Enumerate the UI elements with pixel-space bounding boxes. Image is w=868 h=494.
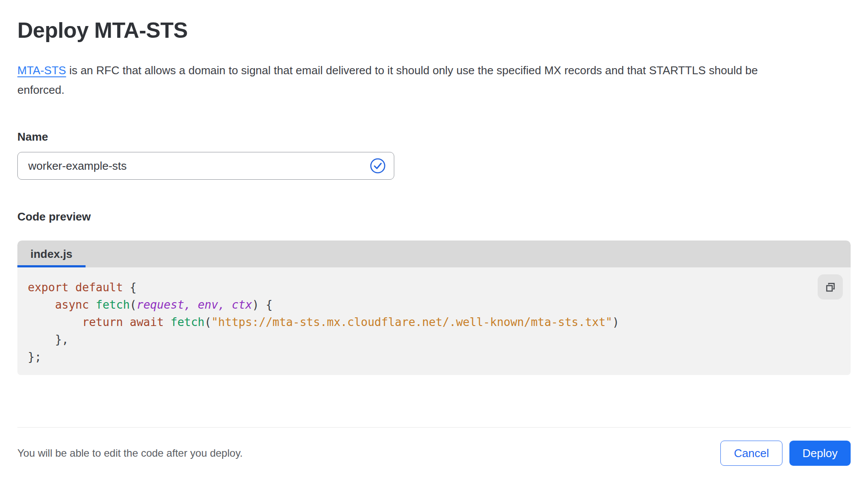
footer-row: You will be able to edit the code after … — [17, 428, 851, 466]
page-title: Deploy MTA-STS — [17, 17, 851, 43]
check-circle-icon — [370, 158, 386, 174]
code-preview-section: Code preview index.js export default { — [17, 210, 851, 375]
code-line: }, — [28, 331, 840, 348]
code-preview-panel: index.js export default { async fetch(re… — [17, 240, 851, 375]
code-line: export default { — [28, 279, 840, 296]
code-line: return await fetch("https://mta-sts.mx.c… — [28, 313, 840, 331]
copy-code-button[interactable] — [818, 274, 843, 300]
footer: You will be able to edit the code after … — [0, 427, 868, 466]
cancel-button[interactable]: Cancel — [720, 441, 782, 466]
code-preview-label: Code preview — [17, 210, 851, 223]
name-section: Name — [17, 130, 851, 180]
code-line: async fetch(request, env, ctx) { — [28, 296, 840, 313]
copy-icon — [825, 281, 836, 293]
description-text: is an RFC that allows a domain to signal… — [17, 64, 758, 96]
name-input[interactable] — [18, 152, 370, 179]
description: MTA-STS is an RFC that allows a domain t… — [17, 61, 803, 100]
tab-label: index.js — [30, 247, 73, 261]
code-line: }; — [28, 348, 840, 366]
code-editor: export default { async fetch(request, en… — [17, 267, 851, 375]
name-label: Name — [17, 130, 851, 143]
deploy-button[interactable]: Deploy — [789, 441, 851, 466]
mta-sts-link[interactable]: MTA-STS — [17, 64, 66, 77]
code-content: export default { async fetch(request, en… — [28, 279, 840, 366]
name-input-wrapper — [17, 152, 394, 180]
code-tab-bar: index.js — [17, 240, 851, 267]
footer-note: You will be able to edit the code after … — [17, 447, 243, 459]
deploy-mta-sts-page: Deploy MTA-STS MTA-STS is an RFC that al… — [0, 17, 868, 375]
footer-actions: Cancel Deploy — [720, 441, 851, 466]
tab-index-js[interactable]: index.js — [17, 240, 86, 267]
